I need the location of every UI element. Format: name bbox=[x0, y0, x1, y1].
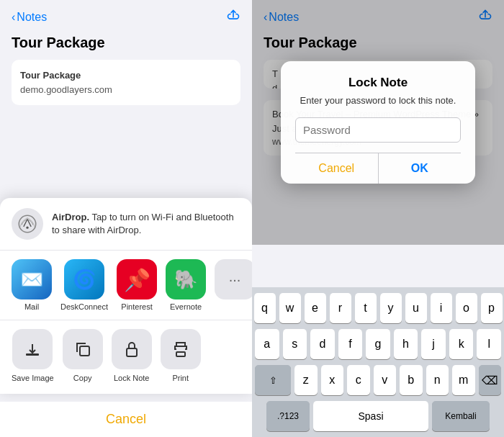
key-q[interactable]: q bbox=[254, 293, 276, 323]
note-card-title: Tour Package bbox=[20, 68, 232, 83]
modal-buttons: Cancel OK bbox=[295, 153, 461, 184]
mail-label: Mail bbox=[24, 302, 39, 311]
cancel-bar: Cancel bbox=[0, 402, 252, 437]
action-item-save-image[interactable]: Save Image bbox=[12, 329, 54, 382]
key-space[interactable]: Spasi bbox=[313, 401, 428, 431]
left-back-button[interactable]: ‹ Notes bbox=[12, 11, 47, 24]
modal-box: Lock Note Enter your password to lock th… bbox=[281, 61, 475, 184]
key-h[interactable]: h bbox=[394, 329, 418, 359]
right-panel: ‹ Notes Tour Package Td Lock Note Enter … bbox=[252, 0, 504, 437]
key-shift[interactable]: ⇧ bbox=[255, 365, 291, 395]
key-z[interactable]: z bbox=[294, 365, 318, 395]
key-y[interactable]: y bbox=[380, 293, 402, 323]
key-c[interactable]: c bbox=[347, 365, 370, 395]
print-label: Print bbox=[172, 374, 189, 382]
svg-rect-4 bbox=[26, 353, 39, 356]
left-chevron-icon: ‹ bbox=[12, 11, 15, 24]
pinterest-label: Pinterest bbox=[121, 302, 152, 311]
modal-ok-button[interactable]: OK bbox=[379, 153, 462, 184]
copy-label: Copy bbox=[73, 374, 92, 382]
save-image-label: Save Image bbox=[12, 374, 54, 382]
keyboard-row-1: q w e r t y u i o p bbox=[255, 293, 501, 323]
modal-cancel-button[interactable]: Cancel bbox=[295, 153, 379, 184]
keyboard-row-3: ⇧ z x c v b n m ⌫ bbox=[255, 365, 501, 395]
modal-subtitle: Enter your password to lock this note. bbox=[295, 94, 461, 107]
keyboard-row-4: .?123 Spasi Kembali bbox=[255, 401, 501, 431]
key-r[interactable]: r bbox=[330, 293, 351, 323]
key-numbers[interactable]: .?123 bbox=[266, 401, 310, 431]
left-page-title: Tour Package bbox=[0, 32, 252, 60]
keyboard: q w e r t y u i o p a s d f g h j k l ⇧ … bbox=[252, 287, 504, 437]
left-nav-bar: ‹ Notes bbox=[0, 0, 252, 32]
evernote-label: Evernote bbox=[170, 302, 202, 311]
left-note-card: Tour Package demo.goodlayers.com bbox=[12, 60, 240, 105]
left-share-icon[interactable] bbox=[226, 9, 240, 26]
pinterest-icon: 📌 bbox=[117, 259, 157, 299]
key-o[interactable]: o bbox=[456, 293, 477, 323]
key-e[interactable]: e bbox=[305, 293, 326, 323]
key-n[interactable]: n bbox=[426, 365, 449, 395]
copy-icon bbox=[63, 329, 103, 369]
action-item-copy[interactable]: Copy bbox=[63, 329, 103, 382]
deskconnect-icon: 🌀 bbox=[64, 259, 104, 299]
action-item-lock-note[interactable]: Lock Note bbox=[112, 329, 152, 382]
app-item-more[interactable]: ··· bbox=[215, 259, 252, 311]
note-card-url: demo.goodlayers.com bbox=[20, 83, 232, 97]
key-a[interactable]: a bbox=[255, 329, 279, 359]
key-p[interactable]: p bbox=[481, 293, 503, 323]
key-x[interactable]: x bbox=[321, 365, 344, 395]
svg-rect-7 bbox=[176, 352, 185, 356]
key-f[interactable]: f bbox=[338, 329, 363, 359]
app-icons-row: ✉️ Mail 🌀 DeskConnect 📌 Pinterest 🐘 Ever… bbox=[0, 251, 252, 320]
more-icon: ··· bbox=[215, 259, 252, 299]
app-item-deskconnect[interactable]: 🌀 DeskConnect bbox=[60, 259, 108, 311]
svg-rect-5 bbox=[80, 346, 89, 356]
print-icon bbox=[161, 329, 201, 369]
key-delete[interactable]: ⌫ bbox=[479, 365, 502, 395]
airdrop-label-bold: AirDrop. bbox=[52, 212, 89, 222]
key-u[interactable]: u bbox=[405, 293, 427, 323]
mail-icon: ✉️ bbox=[12, 259, 52, 299]
airdrop-icon bbox=[12, 208, 43, 240]
left-cancel-button[interactable]: Cancel bbox=[10, 412, 242, 427]
key-k[interactable]: k bbox=[449, 329, 474, 359]
keyboard-row-2: a s d f g h j k l bbox=[255, 329, 501, 359]
action-icons-row: Save Image Copy Lock Not bbox=[0, 320, 252, 394]
modal-title: Lock Note bbox=[295, 76, 461, 90]
key-t[interactable]: t bbox=[355, 293, 377, 323]
airdrop-text: AirDrop. Tap to turn on Wi-Fi and Blueto… bbox=[52, 211, 240, 237]
lock-note-label: Lock Note bbox=[114, 374, 150, 382]
key-l[interactable]: l bbox=[477, 329, 501, 359]
app-item-pinterest[interactable]: 📌 Pinterest bbox=[117, 259, 157, 311]
app-item-evernote[interactable]: 🐘 Evernote bbox=[166, 259, 206, 311]
key-g[interactable]: g bbox=[366, 329, 390, 359]
key-b[interactable]: b bbox=[400, 365, 423, 395]
left-back-label: Notes bbox=[17, 11, 47, 24]
airdrop-row: AirDrop. Tap to turn on Wi-Fi and Blueto… bbox=[0, 198, 252, 251]
svg-point-2 bbox=[26, 227, 28, 229]
save-image-icon bbox=[12, 329, 53, 369]
modal-overlay: Lock Note Enter your password to lock th… bbox=[252, 0, 504, 245]
app-item-mail[interactable]: ✉️ Mail bbox=[12, 259, 52, 311]
left-panel: ‹ Notes Tour Package Tour Package demo.g… bbox=[0, 0, 252, 437]
evernote-icon: 🐘 bbox=[166, 259, 206, 299]
key-d[interactable]: d bbox=[310, 329, 335, 359]
key-i[interactable]: i bbox=[431, 293, 452, 323]
key-m[interactable]: m bbox=[452, 365, 475, 395]
action-item-print[interactable]: Print bbox=[161, 329, 201, 382]
share-sheet: AirDrop. Tap to turn on Wi-Fi and Blueto… bbox=[0, 198, 252, 394]
key-w[interactable]: w bbox=[279, 293, 301, 323]
lock-note-icon bbox=[112, 329, 152, 369]
password-input[interactable] bbox=[295, 117, 461, 143]
svg-rect-6 bbox=[127, 348, 137, 356]
key-s[interactable]: s bbox=[283, 329, 307, 359]
key-v[interactable]: v bbox=[374, 365, 397, 395]
key-return[interactable]: Kembali bbox=[432, 401, 490, 431]
key-j[interactable]: j bbox=[421, 329, 446, 359]
deskconnect-label: DeskConnect bbox=[60, 302, 108, 311]
